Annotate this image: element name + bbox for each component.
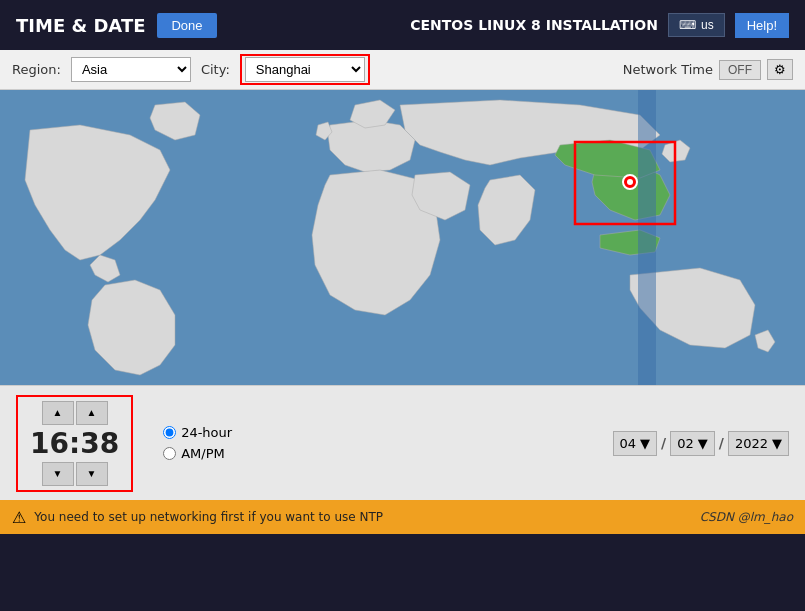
- installation-title: CENTOS LINUX 8 INSTALLATION: [410, 17, 658, 33]
- city-label: City:: [201, 62, 230, 77]
- city-wrapper: Shanghai: [240, 54, 370, 85]
- clock-box: 16:38: [16, 395, 133, 492]
- city-select[interactable]: Shanghai: [245, 57, 365, 82]
- warning-text: You need to set up networking first if y…: [34, 510, 383, 524]
- time-format-section: 24-hour AM/PM: [163, 425, 232, 461]
- warning-bar: ⚠ You need to set up networking first if…: [0, 500, 805, 534]
- header-right: CENTOS LINUX 8 INSTALLATION us Help!: [410, 13, 789, 38]
- month-value: 04: [620, 436, 637, 451]
- clock-arrows-top: [42, 401, 108, 425]
- network-time-label: Network Time: [623, 62, 713, 77]
- clock-display: 16:38: [22, 425, 127, 462]
- day-value: 02: [677, 436, 694, 451]
- svg-point-4: [627, 179, 633, 185]
- minute-down-button[interactable]: [76, 462, 108, 486]
- format-24h-radio[interactable]: [163, 426, 176, 439]
- csdn-badge: CSDN @lm_hao: [700, 510, 793, 524]
- region-select[interactable]: Asia: [71, 57, 191, 82]
- month-chevron: ▼: [640, 436, 650, 451]
- keyboard-icon: [679, 18, 696, 32]
- done-button[interactable]: Done: [157, 13, 216, 38]
- world-map[interactable]: [0, 90, 805, 385]
- page-title: TIME & DATE: [16, 15, 145, 36]
- format-ampm-text: AM/PM: [181, 446, 225, 461]
- year-value: 2022: [735, 436, 768, 451]
- header: TIME & DATE Done CENTOS LINUX 8 INSTALLA…: [0, 0, 805, 50]
- clock-arrows-bottom: [42, 462, 108, 486]
- network-time-settings-button[interactable]: [767, 59, 793, 80]
- format-ampm-label[interactable]: AM/PM: [163, 446, 232, 461]
- time-date-bar: 16:38 24-hour AM/PM 04 ▼ / 02 ▼ / 2022 ▼: [0, 385, 805, 500]
- keyboard-label: us: [701, 18, 714, 32]
- warning-icon: ⚠: [12, 508, 26, 527]
- region-label: Region:: [12, 62, 61, 77]
- day-dropdown[interactable]: 02 ▼: [670, 431, 715, 456]
- gear-icon: [774, 62, 786, 77]
- hour-up-button[interactable]: [42, 401, 74, 425]
- network-time-section: Network Time OFF: [623, 59, 793, 80]
- month-dropdown[interactable]: 04 ▼: [613, 431, 658, 456]
- date-sep-1: /: [661, 435, 666, 451]
- format-24h-text: 24-hour: [181, 425, 232, 440]
- year-dropdown[interactable]: 2022 ▼: [728, 431, 789, 456]
- svg-rect-1: [638, 90, 656, 385]
- day-chevron: ▼: [698, 436, 708, 451]
- controls-bar: Region: Asia City: Shanghai Network Time…: [0, 50, 805, 90]
- date-section: 04 ▼ / 02 ▼ / 2022 ▼: [613, 431, 789, 456]
- year-chevron: ▼: [772, 436, 782, 451]
- format-ampm-radio[interactable]: [163, 447, 176, 460]
- date-sep-2: /: [719, 435, 724, 451]
- hour-down-button[interactable]: [42, 462, 74, 486]
- network-time-toggle[interactable]: OFF: [719, 60, 761, 80]
- keyboard-button[interactable]: us: [668, 13, 725, 37]
- header-left: TIME & DATE Done: [16, 13, 217, 38]
- minute-up-button[interactable]: [76, 401, 108, 425]
- format-24h-label[interactable]: 24-hour: [163, 425, 232, 440]
- help-button[interactable]: Help!: [735, 13, 789, 38]
